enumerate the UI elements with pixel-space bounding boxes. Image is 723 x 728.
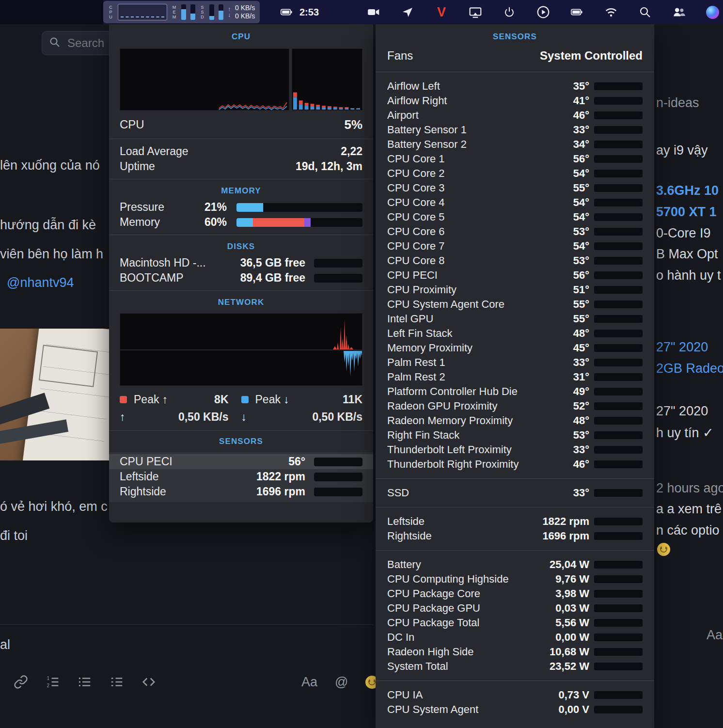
sensor-label: CPU PECI bbox=[387, 269, 531, 282]
voltage-row[interactable]: CPU IA 0,73 V bbox=[387, 688, 643, 702]
sensor-value: 56° bbox=[288, 455, 305, 468]
sensor-label: Memory Proximity bbox=[387, 342, 531, 354]
sensor-bar bbox=[314, 473, 362, 481]
disk-row[interactable]: Macintosh HD -... 36,5 GB free bbox=[120, 255, 362, 270]
battery-status-icon[interactable] bbox=[570, 5, 584, 19]
memory-meter bbox=[190, 4, 195, 20]
wifi-status-icon[interactable] bbox=[604, 5, 618, 19]
spotlight-search-icon[interactable] bbox=[638, 5, 652, 19]
power-menu-icon[interactable] bbox=[503, 5, 516, 19]
post-text: 0-Core I9 bbox=[656, 226, 711, 241]
disk-row[interactable]: BOOTCAMP 89,4 GB free bbox=[120, 270, 362, 285]
temperature-row[interactable]: Battery Sensor 1 33° bbox=[387, 123, 643, 137]
temperature-row[interactable]: CPU Core 2 54° bbox=[387, 166, 643, 181]
battery-widget-icon[interactable] bbox=[280, 5, 294, 19]
user-switch-icon[interactable] bbox=[672, 5, 686, 19]
power-row[interactable]: CPU Package Core 3,98 W bbox=[387, 586, 643, 601]
fans-row[interactable]: Fans System Controlled bbox=[387, 46, 643, 66]
temperature-row[interactable]: CPU Proximity 51° bbox=[387, 283, 643, 297]
fan-speed-row[interactable]: Leftside 1822 rpm bbox=[387, 514, 643, 529]
sensor-summary-row[interactable]: CPU PECI 56° bbox=[109, 454, 373, 469]
sensor-value: 54° bbox=[531, 240, 589, 253]
post-link[interactable]: 2GB Radeo bbox=[656, 361, 723, 376]
post-link[interactable]: 5700 XT 1 bbox=[656, 205, 717, 220]
temperature-row[interactable]: Radeon GPU Proximity 52° bbox=[387, 399, 643, 413]
sensor-bar bbox=[594, 446, 643, 454]
temperature-row[interactable]: Airport 46° bbox=[387, 108, 643, 123]
ssd-widget-label: SSD bbox=[200, 5, 205, 19]
memory-usage-row[interactable]: Memory 60% bbox=[120, 215, 362, 230]
vivaldi-menu-icon[interactable]: V bbox=[435, 5, 448, 19]
temperature-row[interactable]: Left Fin Stack 48° bbox=[387, 326, 643, 341]
sensor-label: CPU System Agent Core bbox=[387, 298, 531, 311]
ordered-list-icon[interactable]: 1 2 bbox=[46, 675, 60, 689]
power-row[interactable]: CPU Package Total 5,56 W bbox=[387, 616, 643, 630]
siri-icon[interactable] bbox=[706, 6, 719, 19]
ssd-sensor-row[interactable]: SSD 33° bbox=[387, 486, 643, 500]
memory-section-title: MEMORY bbox=[120, 184, 362, 200]
power-row[interactable]: Battery 25,04 W bbox=[387, 557, 643, 572]
temperature-row[interactable]: Airflow Right 41° bbox=[387, 94, 643, 108]
cpu-usage-row[interactable]: CPU 5% bbox=[120, 115, 362, 134]
temperature-row[interactable]: CPU Core 7 54° bbox=[387, 239, 643, 253]
temperature-row[interactable]: CPU Core 4 54° bbox=[387, 195, 643, 210]
task-list-icon[interactable] bbox=[110, 675, 124, 689]
temperature-row[interactable]: CPU System Agent Core 55° bbox=[387, 297, 643, 312]
power-row[interactable]: Radeon High Side 10,68 W bbox=[387, 645, 643, 659]
temperature-row[interactable]: CPU Core 8 53° bbox=[387, 253, 643, 268]
temperature-row[interactable]: Platform Controller Hub Die 49° bbox=[387, 384, 643, 399]
memory-pressure-row[interactable]: Pressure 21% bbox=[120, 200, 362, 215]
clock[interactable]: 2:53 bbox=[299, 7, 319, 18]
temperature-row[interactable]: Right Fin Stack 53° bbox=[387, 428, 643, 443]
uptime-row[interactable]: Uptime 19d, 12h, 3m bbox=[120, 159, 362, 174]
network-speed-row[interactable]: ↑ 0,50 KB/s ↓ 0,50 KB/s bbox=[120, 408, 362, 426]
sensor-summary-row[interactable]: Leftside 1822 rpm bbox=[120, 469, 362, 484]
temperature-row[interactable]: CPU Core 1 56° bbox=[387, 152, 643, 166]
fan-speed-row[interactable]: Rightside 1696 rpm bbox=[387, 529, 643, 543]
user-mention-link[interactable]: @nhantv94 bbox=[7, 275, 74, 290]
power-row[interactable]: CPU Computing Highside 9,76 W bbox=[387, 572, 643, 586]
text-style-button[interactable]: Aa bbox=[707, 628, 723, 643]
temperature-row[interactable]: CPU Core 6 53° bbox=[387, 224, 643, 239]
code-icon[interactable] bbox=[141, 675, 156, 689]
power-row[interactable]: System Total 23,52 W bbox=[387, 659, 643, 674]
load-average-row[interactable]: Load Average 2,22 bbox=[120, 144, 362, 159]
screen-mirroring-menu-icon[interactable] bbox=[469, 5, 482, 19]
voltage-row[interactable]: CPU System Agent 0,00 V bbox=[387, 702, 643, 717]
attachment-image[interactable] bbox=[0, 329, 110, 460]
temperature-row[interactable]: Battery Sensor 2 34° bbox=[387, 137, 643, 152]
temperature-row[interactable]: Intel GPU 55° bbox=[387, 312, 643, 326]
mention-button[interactable]: @ bbox=[335, 675, 348, 690]
temperature-row[interactable]: Thunderbolt Left Proximity 33° bbox=[387, 443, 643, 457]
power-row[interactable]: DC In 0,00 W bbox=[387, 630, 643, 645]
temperature-row[interactable]: Palm Rest 1 33° bbox=[387, 355, 643, 370]
editor-toolbar: 1 2 bbox=[14, 675, 156, 689]
bullet-list-icon[interactable] bbox=[78, 675, 92, 689]
post-link[interactable]: 3.6GHz 10 bbox=[656, 183, 719, 198]
temperature-row[interactable]: Memory Proximity 45° bbox=[387, 341, 643, 355]
camera-menu-icon[interactable] bbox=[367, 5, 380, 19]
sensor-value: 55° bbox=[531, 298, 589, 311]
fan-rpm-value: 1696 rpm bbox=[531, 530, 589, 542]
temperature-row[interactable]: CPU Core 5 54° bbox=[387, 210, 643, 224]
text-style-button[interactable]: Aa bbox=[301, 675, 317, 690]
sensor-summary-row[interactable]: Rightside 1696 rpm bbox=[120, 484, 362, 499]
temperature-row[interactable]: Airflow Left 35° bbox=[387, 79, 643, 94]
fan-bar bbox=[594, 518, 643, 525]
post-link[interactable]: 27" 2020 bbox=[656, 340, 708, 355]
power-row[interactable]: CPU Package GPU 0,03 W bbox=[387, 601, 643, 616]
play-menu-icon[interactable] bbox=[536, 5, 550, 19]
temperature-row[interactable]: CPU PECI 56° bbox=[387, 268, 643, 283]
link-icon[interactable] bbox=[14, 675, 28, 689]
search-icon bbox=[49, 36, 61, 50]
memory-meter bbox=[181, 4, 186, 20]
location-menu-icon[interactable] bbox=[401, 5, 414, 19]
temperature-row[interactable]: Palm Rest 2 31° bbox=[387, 370, 643, 384]
istat-menus-widget[interactable]: CPU MEM SSD ↑↓ 0 KB/s 0 KB/s bbox=[103, 1, 260, 23]
sensor-bar bbox=[594, 170, 643, 177]
temperature-row[interactable]: CPU Core 3 55° bbox=[387, 181, 643, 195]
background-right-column: n-ideas ay i9 vậy 3.6GHz 10 5700 XT 1 0-… bbox=[654, 0, 723, 728]
temperature-row[interactable]: Thunderbolt Right Proximity 46° bbox=[387, 457, 643, 472]
cpu-core-load-graph bbox=[292, 48, 362, 111]
temperature-row[interactable]: Radeon Memory Proximity 48° bbox=[387, 413, 643, 428]
